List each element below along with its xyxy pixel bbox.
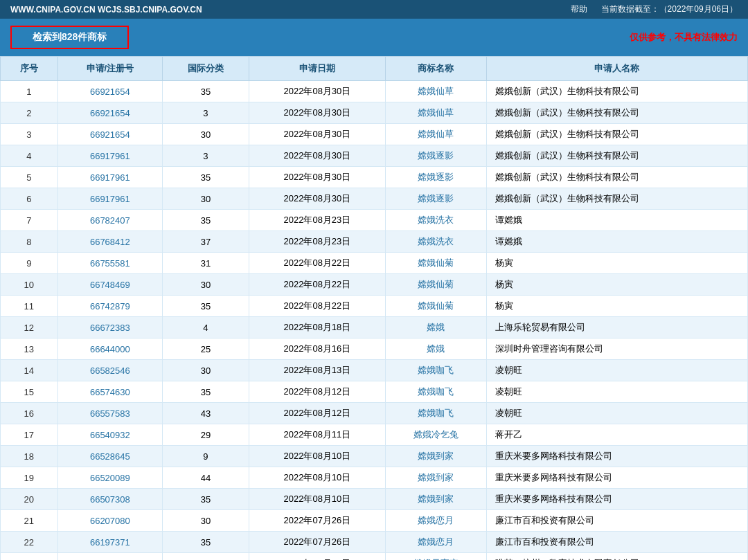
cell-brand-name[interactable]: 嫦娥到家: [386, 446, 487, 467]
cell-applicant: 廉江市百和投资有限公司: [486, 510, 747, 532]
brand-name-link[interactable]: 嫦娥仙草: [418, 129, 454, 139]
cell-reg-no[interactable]: 66782407: [57, 210, 163, 231]
reg-no-link[interactable]: 66748469: [90, 280, 130, 290]
brand-name-link[interactable]: 嫦娥仙草: [418, 86, 454, 96]
reg-no-link[interactable]: 66921654: [90, 87, 130, 97]
cell-brand-name[interactable]: 嫦娥仙菊: [386, 253, 487, 274]
brand-name-link[interactable]: 嫦娥冷乞兔: [413, 429, 458, 440]
reg-no-link[interactable]: 66917961: [90, 172, 130, 183]
cell-brand-name[interactable]: 嫦娥元宇宙: [386, 553, 487, 561]
cell-brand-name[interactable]: 嫦娥仙草: [386, 102, 487, 124]
cell-reg-no[interactable]: 66644000: [57, 338, 163, 360]
cell-intl-class: 3: [163, 102, 249, 124]
brand-name-link[interactable]: 嫦娥咖飞: [418, 386, 454, 397]
cell-app-date: 2022年08月30日: [249, 102, 385, 124]
reg-no-link[interactable]: 66207080: [90, 516, 130, 526]
brand-name-link[interactable]: 嫦娥逐影: [418, 172, 454, 182]
reg-no-link[interactable]: 66520089: [90, 473, 130, 483]
reg-no-link[interactable]: 66197371: [90, 537, 130, 548]
cell-brand-name[interactable]: 嫦娥逐影: [386, 145, 487, 167]
cell-reg-no[interactable]: 66755581: [57, 253, 163, 274]
cell-reg-no[interactable]: 66672383: [57, 317, 163, 338]
brand-name-link[interactable]: 嫦娥恋月: [418, 536, 454, 547]
cell-brand-name[interactable]: 嫦娥洗衣: [386, 231, 487, 253]
cell-brand-name[interactable]: 嫦娥恋月: [386, 510, 487, 532]
reg-no-link[interactable]: 66507308: [90, 494, 130, 505]
brand-name-link[interactable]: 嫦娥恋月: [418, 515, 454, 525]
reg-no-link[interactable]: 66540932: [90, 430, 130, 440]
brand-name-link[interactable]: 嫦娥仙菊: [418, 258, 454, 268]
cell-applicant: 重庆米要多网络科技有限公司: [486, 446, 747, 467]
cell-reg-no[interactable]: 66742879: [57, 296, 163, 317]
reg-no-link[interactable]: 66921654: [90, 108, 130, 118]
cell-reg-no[interactable]: 66520089: [57, 467, 163, 489]
brand-name-link[interactable]: 嫦娥到家: [418, 451, 454, 461]
reg-no-link[interactable]: 66742879: [90, 301, 130, 311]
reg-no-link[interactable]: 66574630: [90, 387, 130, 397]
cell-brand-name[interactable]: 嫦娥: [386, 338, 487, 360]
cell-brand-name[interactable]: 嫦娥逐影: [386, 167, 487, 188]
brand-name-link[interactable]: 嫦娥到家: [418, 472, 454, 482]
cell-reg-no[interactable]: 66146182: [57, 553, 163, 561]
cell-brand-name[interactable]: 嫦娥逐影: [386, 188, 487, 210]
cell-brand-name[interactable]: 嫦娥冷乞兔: [386, 424, 487, 446]
search-result-button[interactable]: 检索到828件商标: [10, 26, 129, 49]
cell-reg-no[interactable]: 66207080: [57, 510, 163, 532]
cell-brand-name[interactable]: 嫦娥: [386, 317, 487, 338]
cell-brand-name[interactable]: 嫦娥咖飞: [386, 381, 487, 403]
cell-brand-name[interactable]: 嫦娥到家: [386, 467, 487, 489]
brand-name-link[interactable]: 嫦娥咖飞: [418, 408, 454, 418]
reg-no-link[interactable]: 66672383: [90, 323, 130, 333]
brand-name-link[interactable]: 嫦娥仙菊: [418, 279, 454, 289]
cell-reg-no[interactable]: 66557583: [57, 403, 163, 424]
brand-name-link[interactable]: 嫦娥仙草: [418, 107, 454, 118]
cell-brand-name[interactable]: 嫦娥洗衣: [386, 210, 487, 231]
brand-name-link[interactable]: 嫦娥洗衣: [418, 215, 454, 225]
reg-no-link[interactable]: 66917961: [90, 151, 130, 161]
brand-name-link[interactable]: 嫦娥到家: [418, 494, 454, 504]
brand-name-link[interactable]: 嫦娥洗衣: [418, 236, 454, 246]
brand-name-link[interactable]: 嫦娥逐影: [418, 193, 454, 204]
results-table: 序号 申请/注册号 国际分类 申请日期 商标名称 申请人名称 1 6692165…: [0, 56, 748, 560]
cell-reg-no[interactable]: 66540932: [57, 424, 163, 446]
cell-reg-no[interactable]: 66921654: [57, 81, 163, 102]
cell-reg-no[interactable]: 66921654: [57, 124, 163, 145]
cell-reg-no[interactable]: 66768412: [57, 231, 163, 253]
cell-brand-name[interactable]: 嫦娥仙菊: [386, 296, 487, 317]
reg-no-link[interactable]: 66921654: [90, 129, 130, 140]
brand-name-link[interactable]: 嫦娥: [427, 322, 445, 332]
cell-seq: 13: [1, 338, 58, 360]
cell-reg-no[interactable]: 66574630: [57, 381, 163, 403]
reg-no-link[interactable]: 66557583: [90, 408, 130, 419]
help-link[interactable]: 帮助: [571, 3, 587, 15]
cell-reg-no[interactable]: 66507308: [57, 489, 163, 510]
cell-app-date: 2022年08月23日: [249, 210, 385, 231]
cell-reg-no[interactable]: 66917961: [57, 188, 163, 210]
reg-no-link[interactable]: 66917961: [90, 194, 130, 204]
reg-no-link[interactable]: 66768412: [90, 237, 130, 247]
cell-reg-no[interactable]: 66917961: [57, 167, 163, 188]
reg-no-link[interactable]: 66582546: [90, 365, 130, 376]
brand-name-link[interactable]: 嫦娥咖飞: [418, 365, 454, 375]
cell-brand-name[interactable]: 嫦娥到家: [386, 489, 487, 510]
cell-reg-no[interactable]: 66917961: [57, 145, 163, 167]
cell-reg-no[interactable]: 66582546: [57, 360, 163, 381]
cell-brand-name[interactable]: 嫦娥咖飞: [386, 403, 487, 424]
cell-reg-no[interactable]: 66921654: [57, 102, 163, 124]
brand-name-link[interactable]: 嫦娥: [427, 343, 445, 354]
cell-reg-no[interactable]: 66748469: [57, 274, 163, 296]
cell-reg-no[interactable]: 66528645: [57, 446, 163, 467]
reg-no-link[interactable]: 66644000: [90, 344, 130, 354]
cell-brand-name[interactable]: 嫦娥仙草: [386, 124, 487, 145]
cell-brand-name[interactable]: 嫦娥仙草: [386, 81, 487, 102]
brand-name-link[interactable]: 嫦娥逐影: [418, 150, 454, 161]
reg-no-link[interactable]: 66755581: [90, 258, 130, 269]
reg-no-link[interactable]: 66782407: [90, 215, 130, 226]
cell-brand-name[interactable]: 嫦娥仙菊: [386, 274, 487, 296]
cell-intl-class: 29: [163, 424, 249, 446]
brand-name-link[interactable]: 嫦娥仙菊: [418, 300, 454, 311]
cell-brand-name[interactable]: 嫦娥恋月: [386, 532, 487, 553]
reg-no-link[interactable]: 66528645: [90, 451, 130, 462]
cell-reg-no[interactable]: 66197371: [57, 532, 163, 553]
cell-brand-name[interactable]: 嫦娥咖飞: [386, 360, 487, 381]
